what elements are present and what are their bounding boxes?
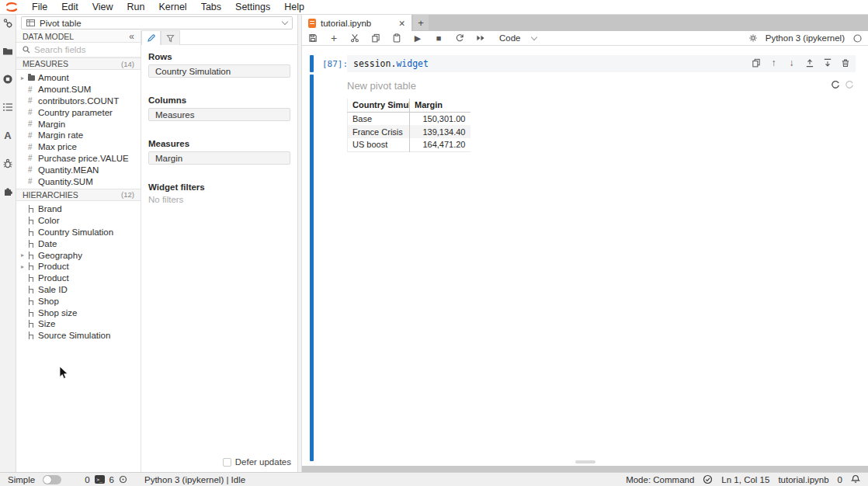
measure-item[interactable]: Quantity.SUM — [16, 175, 141, 187]
hierarchy-item[interactable]: Date — [16, 238, 141, 249]
measure-item[interactable]: Quantity.MEAN — [16, 164, 141, 175]
table-row[interactable]: US boost 164,471.20 — [348, 138, 470, 151]
new-tab-button[interactable]: + — [413, 15, 429, 30]
cursor-position[interactable]: Ln 1, Col 15 — [721, 475, 769, 484]
bell-icon[interactable] — [851, 474, 860, 484]
active-file-name[interactable]: tutorial.ipynb — [778, 475, 828, 484]
copy-cells-button[interactable] — [370, 33, 381, 43]
kernel-status-text[interactable]: Python 3 (ipykernel) | Idle — [144, 475, 245, 484]
list-icon[interactable] — [2, 102, 13, 113]
menu-run[interactable]: Run — [120, 0, 152, 14]
menu-tabs[interactable]: Tabs — [194, 0, 228, 14]
widget-type-select[interactable]: Pivot table — [21, 16, 293, 30]
hierarchy-item[interactable]: ▸Product — [16, 261, 141, 273]
simple-mode-toggle[interactable] — [43, 475, 61, 484]
search-fields-box[interactable]: Search fields — [16, 43, 141, 57]
close-icon[interactable]: ✕ — [398, 19, 405, 28]
run-cell-button[interactable]: ▶ — [412, 33, 423, 43]
defer-updates-checkbox[interactable] — [223, 458, 231, 467]
hierarchy-item[interactable]: Shop — [16, 295, 141, 307]
hierarchy-item[interactable]: ▸Geography — [16, 249, 141, 261]
letter-a-icon[interactable]: A — [2, 130, 13, 141]
gear-nodes-icon[interactable] — [2, 18, 13, 29]
hierarchy-icon — [28, 286, 38, 293]
table-row[interactable]: Base 150,301.00 — [348, 112, 470, 125]
save-button[interactable] — [307, 33, 318, 43]
hierarchies-header[interactable]: HIERARCHIES (12) — [16, 189, 141, 201]
insert-cell-above-button[interactable] — [804, 57, 815, 68]
restart-kernel-button[interactable] — [454, 33, 465, 43]
table-row[interactable]: France Crisis 139,134.40 — [348, 125, 470, 138]
filter-icon — [166, 34, 175, 43]
caret-right-icon[interactable]: ▸ — [21, 252, 28, 259]
hierarchy-item[interactable]: Product — [16, 273, 141, 284]
measure-label: Quantity.MEAN — [38, 165, 99, 175]
menu-kernel[interactable]: Kernel — [152, 0, 194, 14]
measure-item[interactable]: Amount.SUM — [16, 84, 141, 95]
menu-view[interactable]: View — [85, 0, 120, 14]
cut-cells-button[interactable] — [349, 33, 360, 43]
rows-field[interactable]: Country Simulation — [148, 64, 290, 78]
move-cell-down-button[interactable]: ↓ — [786, 57, 797, 68]
hierarchy-item[interactable]: Brand — [16, 203, 141, 215]
hierarchy-item[interactable]: Shop size — [16, 307, 141, 318]
menu-file[interactable]: File — [25, 0, 54, 14]
tab-edit[interactable] — [141, 30, 161, 45]
widget-editor-panel: Rows Country Simulation Columns Measures… — [141, 30, 297, 472]
columns-field[interactable]: Measures — [148, 108, 290, 121]
measure-label: Purchase price.VALUE — [38, 154, 129, 163]
menu-settings[interactable]: Settings — [228, 0, 277, 14]
kernel-name[interactable]: Python 3 (ipykernel) — [766, 33, 845, 43]
hierarchy-item[interactable]: Country Simulation — [16, 227, 141, 238]
column-header[interactable]: Margin — [410, 99, 470, 112]
tab-filters[interactable] — [161, 30, 180, 45]
input-collapser[interactable] — [310, 55, 314, 72]
delete-cell-button[interactable] — [839, 57, 851, 68]
running-sessions[interactable]: 0 >_ 6 — [85, 475, 127, 484]
puzzle-icon[interactable] — [2, 186, 13, 196]
folder-icon[interactable] — [2, 46, 13, 57]
caret-right-icon[interactable]: ▸ — [21, 75, 28, 82]
cell-toolbar: ↑ ↓ — [750, 57, 851, 68]
caret-right-icon[interactable]: ▸ — [21, 263, 28, 270]
column-header[interactable]: Country Simulation — [348, 99, 410, 112]
stop-kernel-button[interactable]: ■ — [433, 33, 444, 43]
insert-cell-button[interactable]: + — [328, 33, 339, 43]
menu-bar: File Edit View Run Kernel Tabs Settings … — [0, 0, 868, 15]
measure-item[interactable]: Country parameter — [16, 106, 141, 118]
paste-cells-button[interactable] — [391, 33, 402, 43]
command-mode-indicator[interactable]: Mode: Command — [626, 475, 694, 484]
notebook-toolbar: + ▶ ■ Code Python 3 (ipykernel) — [302, 31, 868, 46]
measures-field[interactable]: Margin — [148, 151, 290, 165]
measures-header[interactable]: MEASURES (14) — [16, 57, 141, 70]
move-cell-up-button[interactable]: ↑ — [768, 57, 779, 68]
widget-title[interactable]: New pivot table — [347, 80, 831, 92]
measure-item[interactable]: Margin — [16, 118, 141, 130]
hierarchy-item[interactable]: Source Simulation — [16, 330, 141, 342]
menu-edit[interactable]: Edit — [54, 0, 85, 14]
collapse-panel-icon[interactable]: « — [129, 31, 134, 42]
stop-circle-icon[interactable] — [2, 74, 13, 85]
menu-help[interactable]: Help — [277, 0, 311, 14]
refresh-icon[interactable] — [831, 80, 840, 89]
restart-run-all-button[interactable] — [475, 33, 486, 43]
hierarchy-item[interactable]: Size — [16, 318, 141, 330]
hierarchy-item[interactable]: Sale ID — [16, 284, 141, 296]
insert-cell-below-button[interactable] — [821, 57, 833, 68]
measure-item[interactable]: Margin rate — [16, 130, 141, 141]
output-collapser[interactable] — [310, 75, 314, 461]
horizontal-scrollbar[interactable] — [575, 460, 595, 463]
kernel-gear-icon[interactable] — [748, 33, 759, 43]
refresh-secondary-icon[interactable] — [845, 80, 854, 89]
bug-icon[interactable] — [2, 158, 13, 168]
pivot-table[interactable]: Country Simulation Margin Base 150,301.0… — [347, 99, 470, 152]
chevron-down-icon — [282, 19, 288, 25]
measure-item[interactable]: contributors.COUNT — [16, 95, 141, 107]
measure-item[interactable]: Purchase price.VALUE — [16, 153, 141, 165]
tab-tutorial-ipynb[interactable]: tutorial.ipynb ✕ — [302, 15, 411, 31]
cell-type-select[interactable]: Code — [499, 33, 536, 43]
measure-item[interactable]: Max price — [16, 141, 141, 153]
hierarchy-item[interactable]: Color — [16, 215, 141, 227]
duplicate-cell-button[interactable] — [750, 57, 762, 68]
measure-item[interactable]: ▸ Amount — [16, 72, 141, 84]
